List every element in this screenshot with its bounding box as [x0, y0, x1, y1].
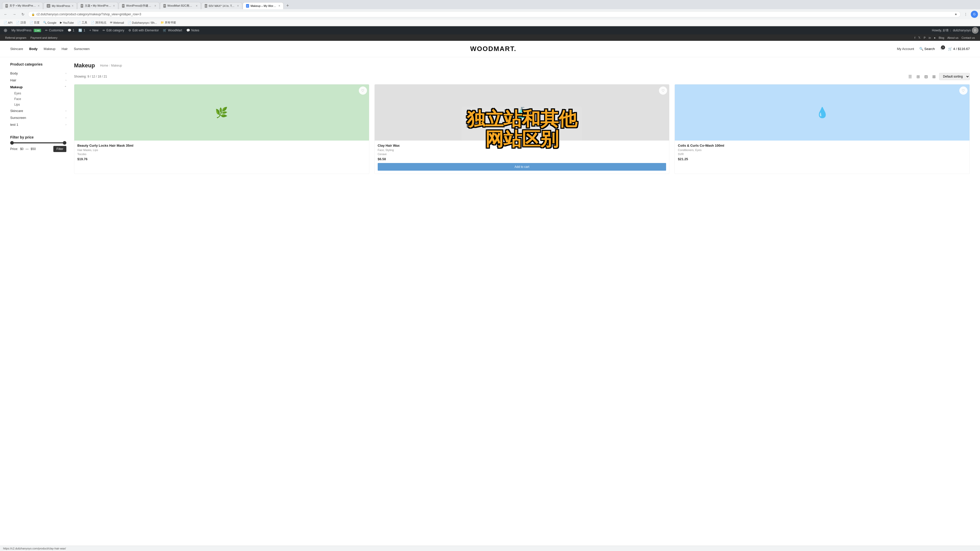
- bookmark-item[interactable]: 📁 所有书签: [159, 20, 178, 25]
- updates-item[interactable]: 🔄 1: [76, 26, 87, 35]
- comments-item[interactable]: 💬 1: [65, 26, 76, 35]
- tab-favicon: M: [246, 4, 249, 8]
- bookmark-item[interactable]: ✉ Webmail: [108, 21, 126, 25]
- breadcrumb-home[interactable]: Home: [100, 64, 108, 67]
- category-body[interactable]: Body ›: [10, 70, 66, 77]
- tab-close-button[interactable]: ×: [196, 4, 197, 8]
- add-to-cart-button-2[interactable]: Add to cart: [378, 163, 667, 171]
- reload-button[interactable]: ↻: [19, 11, 27, 18]
- forward-button[interactable]: →: [11, 11, 18, 18]
- tab-close-button[interactable]: ×: [113, 4, 115, 8]
- wishlist-icon-1[interactable]: ♡: [359, 86, 367, 95]
- browser-tab[interactable]: W WoodMart B2C商城WordPre... ×: [160, 2, 201, 9]
- bookmark-item[interactable]: 📄 工具: [76, 20, 89, 25]
- category-test1[interactable]: test 1 ›: [10, 121, 66, 128]
- pinterest-icon[interactable]: P: [924, 36, 925, 39]
- customize-icon: ✏: [45, 29, 48, 32]
- list-view-button[interactable]: ☰: [907, 73, 913, 80]
- nav-body[interactable]: Body: [29, 47, 38, 51]
- profile-button[interactable]: G: [971, 11, 978, 18]
- subcategory-lips[interactable]: Lips: [10, 102, 66, 107]
- new-item[interactable]: + New: [87, 26, 100, 35]
- subcategory-eyes[interactable]: Eyes: [10, 91, 66, 96]
- customize-item[interactable]: ✏ Customize: [43, 26, 65, 35]
- wishlist-icon-3[interactable]: ♡: [959, 86, 967, 95]
- product-cats-3: Conditioners, Eyes: [678, 148, 966, 151]
- nav-sunscreen[interactable]: Sunscreen: [74, 47, 89, 51]
- product-info-3: Coils & Curls Co-Wash 100ml Conditioners…: [675, 141, 969, 164]
- address-bar[interactable]: 🔒 c2.dulizhanyoyo.com/product-category/m…: [28, 11, 961, 17]
- linkedin-icon[interactable]: in: [929, 36, 931, 39]
- grid-4-button[interactable]: ⊠: [931, 73, 937, 80]
- bookmark-item[interactable]: 📄 汉语: [14, 20, 27, 25]
- edit-elementor-icon: ⚙: [128, 29, 131, 32]
- browser-tab[interactable]: 60 60V MAX* 14 In. Top Handle... ×: [201, 2, 242, 9]
- bookmark-item[interactable]: 📄 百度: [28, 20, 41, 25]
- browser-tab[interactable]: W WordPress自学建站视频课程 ×: [119, 2, 159, 9]
- extensions-button[interactable]: ⋮: [962, 11, 969, 18]
- notes-item[interactable]: 💬 Notes: [184, 26, 201, 35]
- sort-dropdown[interactable]: Default sorting: [939, 73, 970, 80]
- blog-link[interactable]: Blog: [939, 36, 944, 39]
- edit-elementor-item[interactable]: ⚙ Edit with Elementor: [126, 26, 161, 35]
- tab-close-button[interactable]: ×: [72, 4, 73, 8]
- product-price-1: $19.76: [77, 157, 366, 161]
- page-header-area: Makeup Home / Makeup: [74, 62, 970, 69]
- bookmark-item[interactable]: 📄 演示站点: [89, 20, 108, 25]
- tab-close-button[interactable]: ×: [154, 4, 156, 8]
- tab-close-button[interactable]: ×: [237, 4, 239, 8]
- browser-tab[interactable]: M Makeup – My WordPress ×: [243, 2, 283, 9]
- bookmark-icon: 📄: [127, 21, 131, 24]
- site-name-item[interactable]: My WordPress Live: [10, 26, 43, 35]
- woodmart-item[interactable]: 🛒 WoodMart: [161, 26, 184, 35]
- nav-hair[interactable]: Hair: [62, 47, 68, 51]
- wishlist-button[interactable]: ♡ 3: [940, 47, 943, 51]
- browser-tab[interactable]: W 关于 • My WordPress — Wor... ×: [2, 2, 43, 9]
- bookmark-item[interactable]: 📄 Dulizhanyoyo / Bh...: [126, 21, 159, 25]
- back-button[interactable]: ←: [2, 11, 9, 18]
- new-tab-button[interactable]: +: [284, 2, 291, 9]
- browser-tab[interactable]: W 主题 • My WordPress — Wor... ×: [77, 2, 118, 9]
- payment-delivery-link[interactable]: Payment and delivery: [30, 36, 57, 39]
- nav-makeup[interactable]: Makeup: [44, 47, 56, 51]
- tiktok-icon[interactable]: ●: [934, 36, 935, 39]
- contact-us-link[interactable]: Contact us: [961, 36, 975, 39]
- avatar[interactable]: D: [972, 27, 978, 34]
- category-hair[interactable]: Hair ›: [10, 77, 66, 84]
- price-range-bar[interactable]: [10, 142, 66, 143]
- bookmark-label: 工具: [82, 21, 87, 24]
- filter-section: Filter by price Price: $0 — $50 Filter: [10, 135, 66, 152]
- bookmark-item[interactable]: 📄 API: [2, 21, 14, 25]
- tab-close-button[interactable]: ×: [38, 4, 40, 8]
- search-button[interactable]: 🔍 Search: [919, 47, 935, 51]
- twitter-icon[interactable]: 𝕏: [918, 36, 921, 39]
- edit-category-item[interactable]: ✏ Edit category: [100, 26, 126, 35]
- site-logo[interactable]: WOODMART.: [89, 45, 897, 53]
- subcategory-face[interactable]: Face: [10, 96, 66, 102]
- referral-program-link[interactable]: Referral program: [5, 36, 26, 39]
- bookmark-label: 百度: [34, 21, 40, 24]
- bookmark-item[interactable]: 🔍 Google: [41, 21, 58, 25]
- my-account-button[interactable]: My Account: [897, 47, 914, 51]
- about-us-link[interactable]: About us: [947, 36, 958, 39]
- facebook-icon[interactable]: f: [915, 36, 915, 39]
- browser-tab[interactable]: W My WordPress ×: [43, 2, 77, 9]
- price-handle-left[interactable]: [10, 141, 14, 144]
- category-makeup[interactable]: Makeup ⌃: [10, 84, 66, 91]
- tab-close-button[interactable]: ×: [278, 4, 280, 8]
- category-sunscreen[interactable]: Sunscreen ›: [10, 114, 66, 121]
- grid-2-button[interactable]: ⊞: [915, 73, 921, 80]
- wp-logo-item[interactable]: ⊕: [2, 26, 10, 35]
- bookmark-icon: 📄: [77, 21, 81, 24]
- tab-favicon: W: [163, 4, 166, 8]
- price-handle-right[interactable]: [63, 141, 66, 144]
- filter-button[interactable]: Filter: [53, 146, 66, 152]
- username-text: dulizhanyoyo: [953, 29, 971, 32]
- category-skincare[interactable]: Skincare ›: [10, 107, 66, 114]
- bookmark-item[interactable]: ▶ YouTube: [59, 21, 75, 25]
- bookmark-icon: ✉: [110, 21, 112, 24]
- howdy-text: Howdy, 好青：: [932, 28, 952, 33]
- cart-button[interactable]: 🛒 4 / $116.67: [948, 47, 970, 51]
- nav-skincare[interactable]: Skincare: [10, 47, 23, 51]
- grid-3-button[interactable]: ⊟: [923, 73, 929, 80]
